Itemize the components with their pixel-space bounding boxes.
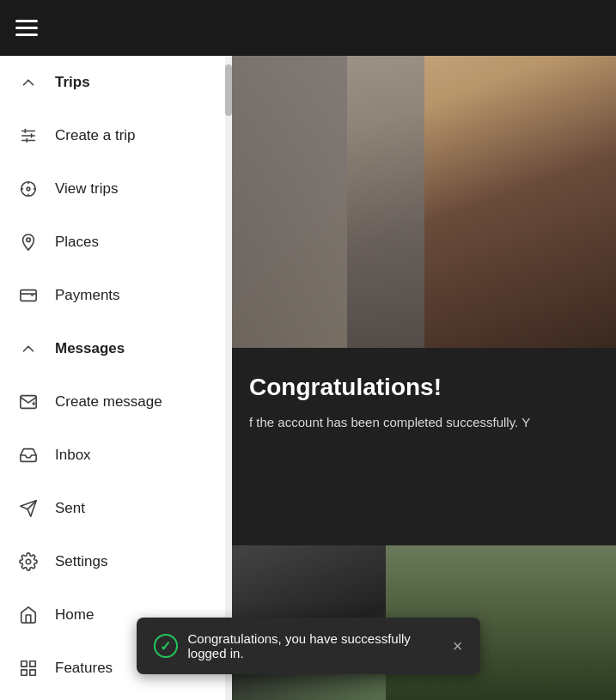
sidebar-label-sent: Sent — [55, 500, 85, 517]
features-icon — [17, 657, 40, 679]
chevron-up-icon — [17, 71, 40, 94]
sidebar-item-sent[interactable]: Sent — [0, 482, 232, 535]
sidebar-item-settings[interactable]: Settings — [0, 535, 232, 588]
mail-edit-icon — [17, 391, 40, 413]
svg-rect-13 — [21, 290, 36, 301]
sidebar-label-settings: Settings — [55, 553, 107, 570]
toast-close-button[interactable]: × — [453, 637, 463, 654]
pin-icon — [17, 231, 40, 253]
sidebar-item-trips[interactable]: Trips — [0, 56, 232, 109]
svg-rect-19 — [21, 661, 27, 667]
gear-icon — [17, 551, 40, 573]
inbox-icon — [17, 444, 40, 466]
sidebar-item-inbox[interactable]: Inbox — [0, 429, 232, 482]
congratulations-title: Congratulations! — [249, 374, 599, 401]
svg-rect-22 — [21, 670, 27, 675]
sidebar-item-create-message[interactable]: Create message — [0, 375, 232, 429]
sidebar-label-view-trips: View trips — [55, 180, 118, 198]
wallet-icon — [17, 284, 40, 307]
sidebar-item-payments[interactable]: Payments — [0, 269, 232, 322]
sidebar-label-places: Places — [55, 234, 99, 251]
compass-icon — [17, 178, 40, 200]
main-area: Trips Create a trip — [0, 56, 616, 700]
scroll-thumb[interactable] — [225, 64, 232, 116]
sidebar-label-inbox: Inbox — [55, 447, 91, 464]
sidebar-label-home: Home — [55, 606, 94, 624]
sidebar-label-trips: Trips — [55, 74, 90, 91]
sidebar-item-view-trips[interactable]: View trips — [0, 162, 232, 216]
sidebar-label-messages: Messages — [55, 340, 125, 357]
sidebar-item-places[interactable]: Places — [0, 216, 232, 269]
toast-message: Congratulations, you have successfully l… — [188, 631, 442, 660]
congratulations-text: f the account has been completed success… — [249, 413, 599, 433]
sidebar-label-create-trip: Create a trip — [55, 127, 136, 144]
svg-point-12 — [27, 238, 31, 242]
home-icon — [17, 604, 40, 626]
sidebar-label-features: Features — [55, 660, 113, 677]
sidebar-scroll[interactable]: Trips Create a trip — [0, 56, 232, 700]
sidebar-item-messages[interactable]: Messages — [0, 322, 232, 375]
hero-image — [232, 56, 616, 348]
content-area: Congratulations! f the account has been … — [232, 56, 616, 700]
scrollbar[interactable] — [225, 56, 232, 700]
sliders-icon — [17, 125, 40, 147]
chevron-up-icon-messages — [17, 338, 40, 360]
sidebar-label-payments: Payments — [55, 287, 120, 304]
toast-check-icon — [154, 634, 178, 658]
svg-rect-20 — [30, 661, 35, 667]
svg-point-18 — [26, 559, 31, 564]
svg-rect-21 — [30, 670, 35, 675]
congratulations-section: Congratulations! f the account has been … — [232, 348, 616, 545]
sidebar-label-create-message: Create message — [55, 393, 162, 411]
sidebar-item-create-trip[interactable]: Create a trip — [0, 109, 232, 162]
toast-notification: Congratulations, you have successfully l… — [137, 618, 480, 674]
svg-point-7 — [27, 187, 30, 191]
hamburger-button[interactable] — [15, 20, 38, 36]
send-icon — [17, 497, 40, 520]
sidebar: Trips Create a trip — [0, 56, 232, 700]
header-bar — [0, 0, 616, 56]
